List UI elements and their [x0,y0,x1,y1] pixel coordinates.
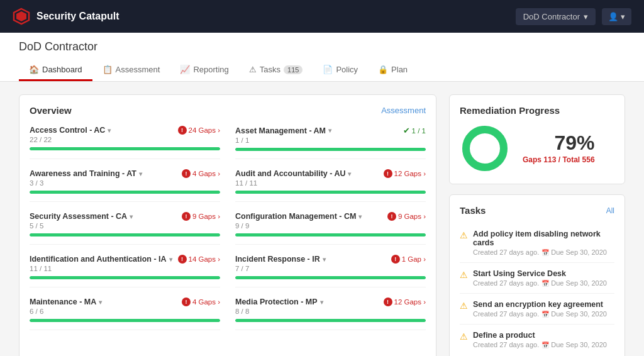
tab-dashboard[interactable]: 🏠 Dashboard [19,60,92,81]
control-item: Awareness and Training - AT ▾ ! 4 Gaps ›… [30,169,220,202]
warning-triangle-icon: ⚠ [460,270,468,280]
total-label: / Total [558,155,580,164]
task-title[interactable]: Add policy item disabling network cards [473,230,614,247]
assessment-link[interactable]: Assessment [381,106,426,115]
chevron-down-icon: ▾ [169,256,172,263]
task-due: 📅 Due Sep 30, 2020 [541,279,607,287]
task-title[interactable]: Send an encryption key agreement [473,300,607,309]
gaps-badge[interactable]: ! 4 Gaps › [182,169,220,178]
progress-fill [30,147,220,150]
tasks-panel: Tasks All ⚠ Add policy item disabling ne… [449,194,625,356]
brand: Security Catapult [13,8,119,25]
reporting-icon: 📈 [180,65,190,74]
task-title[interactable]: Define a product [473,331,607,340]
controls-grid: Access Control - AC ▾ ! 24 Gaps › 22 / 2… [30,126,426,330]
donut-chart [460,123,510,174]
task-created: Created 27 days ago. [473,310,539,318]
control-name[interactable]: Identification and Authentication - IA ▾ [30,255,172,264]
chevron-down-icon: ▾ [328,127,331,134]
tab-assessment[interactable]: 📋 Assessment [92,60,170,81]
warning-icon: ! [178,126,187,135]
warning-icon: ! [387,212,396,221]
progress-bar [30,147,220,150]
tasks-all-link[interactable]: All [606,206,614,215]
tab-policy[interactable]: 📄 Policy [313,60,368,81]
remediation-panel: Remediation Progress 79% Gaps 113 / Tota… [449,94,625,184]
tab-assessment-label: Assessment [116,65,160,74]
control-name[interactable]: Awareness and Training - AT ▾ [30,169,142,178]
gaps-badge[interactable]: ! 9 Gaps › [182,212,220,221]
control-item: Access Control - AC ▾ ! 24 Gaps › 22 / 2… [30,126,220,159]
chevron-down-icon: ▾ [108,127,111,134]
warning-icon: ! [384,298,392,306]
chevron-down-icon: ▾ [323,256,326,263]
overview-title: Overview [30,105,72,116]
assessment-icon: 📋 [103,65,113,74]
control-name[interactable]: Access Control - AC ▾ [30,126,111,135]
tab-plan[interactable]: 🔒 Plan [368,60,418,81]
gaps-number: 113 [543,155,556,164]
user-menu-button[interactable]: 👤 ▾ [602,8,631,25]
control-item: Identification and Authentication - IA ▾… [30,255,220,287]
progress-bar [235,233,426,236]
progress-fill [30,233,220,236]
control-name[interactable]: Audit and Accountability - AU ▾ [235,169,351,178]
gaps-badge[interactable]: ! 9 Gaps › [387,212,426,221]
progress-fill [30,191,220,194]
task-meta: Created 27 days ago. 📅 Due Sep 30, 2020 [473,248,614,256]
main-content: Overview Assessment Access Control - AC … [0,82,644,356]
total-value: 556 [582,155,595,164]
warning-triangle-icon: ⚠ [460,331,468,342]
control-item: Maintenance - MA ▾ ! 4 Gaps › 6 / 6 [30,298,220,330]
task-title[interactable]: Start Using Service Desk [473,269,607,278]
control-name[interactable]: Security Assessment - CA ▾ [30,212,133,221]
tasks-icon: ⚠ [249,65,257,74]
remediation-content: 79% Gaps 113 / Total 556 [460,123,614,174]
task-item: ⚠ Send an encryption key agreement Creat… [460,294,614,325]
control-name[interactable]: Maintenance - MA ▾ [30,298,102,306]
gaps-badge[interactable]: ! 12 Gaps › [384,298,426,306]
control-header: Incident Response - IR ▾ ! 1 Gap › [235,255,426,264]
progress-bar [235,148,426,151]
control-item: Configuration Management - CM ▾ ! 9 Gaps… [235,212,426,245]
tasks-list: ⚠ Add policy item disabling network card… [460,223,614,355]
calendar-icon: 📅 [541,311,549,318]
control-name[interactable]: Incident Response - IR ▾ [235,255,326,264]
org-label: DoD Contractor [523,12,580,21]
task-body: Send an encryption key agreement Created… [473,300,607,318]
control-item: Security Assessment - CA ▾ ! 9 Gaps › 5 … [30,212,220,245]
tasks-badge: 115 [284,65,303,74]
control-name[interactable]: Configuration Management - CM ▾ [235,212,362,221]
progress-bar [30,233,220,236]
gaps-info: Gaps 113 / Total 556 [523,155,595,164]
tab-list: 🏠 Dashboard 📋 Assessment 📈 Reporting ⚠ T… [19,60,625,81]
gaps-badge[interactable]: ! 12 Gaps › [384,169,426,178]
control-sub: 11 / 11 [30,265,220,272]
control-name[interactable]: Asset Management - AM ▾ [235,126,331,135]
control-item: Asset Management - AM ▾ ✔ 1 / 1 1 / 1 [235,126,426,159]
task-meta: Created 27 days ago. 📅 Due Sep 30, 2020 [473,279,607,287]
control-item: Audit and Accountability - AU ▾ ! 12 Gap… [235,169,426,202]
control-header: Media Protection - MP ▾ ! 12 Gaps › [235,298,426,306]
chevron-down-icon: ▾ [348,170,351,177]
gaps-badge[interactable]: ! 14 Gaps › [178,255,221,264]
control-name[interactable]: Media Protection - MP ▾ [235,298,323,306]
progress-bar [235,276,426,279]
warning-icon: ! [178,255,187,264]
control-header: Audit and Accountability - AU ▾ ! 12 Gap… [235,169,426,178]
chevron-down-icon: ▾ [358,213,362,220]
chevron-down-icon: ▾ [130,213,133,220]
tab-plan-label: Plan [391,65,408,74]
gaps-badge[interactable]: ! 1 Gap › [391,255,426,264]
tab-reporting[interactable]: 📈 Reporting [170,60,238,81]
user-icon: 👤 [608,12,618,21]
gaps-badge[interactable]: ! 24 Gaps › [178,126,221,135]
gaps-badge[interactable]: ! 4 Gaps › [182,298,220,306]
task-body: Start Using Service Desk Created 27 days… [473,269,607,287]
org-selector-button[interactable]: DoD Contractor ▾ [516,8,596,25]
control-sub: 11 / 11 [235,179,426,187]
gaps-count: Gaps [523,155,541,164]
tab-tasks[interactable]: ⚠ Tasks 115 [239,60,313,81]
tasks-header: Tasks All [460,205,614,216]
progress-bar [30,191,220,194]
